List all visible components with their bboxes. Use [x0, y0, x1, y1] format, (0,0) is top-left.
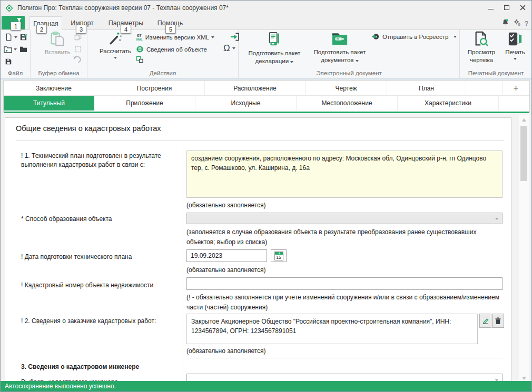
keytip-1: 1 [11, 22, 21, 31]
help-icon[interactable]: ? [525, 19, 528, 27]
xml-version-icon: 07XML [136, 34, 143, 41]
group-clipboard: Вставить Буфер обмена [31, 30, 87, 78]
workspace: Общие сведения о кадастровых работах ! 1… [1, 113, 531, 392]
new-document-button[interactable] [5, 33, 17, 41]
tab-chertezh[interactable]: Чертеж [306, 81, 387, 95]
group-file: Файл [1, 30, 31, 78]
window-title: Полигон Про: Техплан сооружения версии 0… [17, 4, 229, 12]
calendar-button[interactable]: 15 [271, 249, 287, 262]
copy-icon [74, 33, 82, 41]
group-actions-label: Действия [87, 70, 238, 76]
object-info-button[interactable]: Сведения об объекте [136, 45, 209, 53]
tab-zaklyuchenie[interactable]: Заключение [4, 81, 104, 95]
group-clipboard-label: Буфер обмена [31, 70, 87, 76]
app-window: Полигон Про: Техплан сооружения версии 0… [0, 0, 532, 392]
close-button[interactable] [515, 1, 530, 14]
section-tabs: Заключение Построения Расположение Черте… [3, 81, 530, 112]
prepare-documents-package-button[interactable]: Подготовить пакет документов [309, 31, 370, 64]
edit-pencil-icon [482, 317, 489, 325]
paste-special-icon [74, 45, 82, 53]
ribbon-body: Файл Вставить Буфер обмена [1, 29, 531, 79]
engineer-section-title: 3. Сведения о кадастровом инженере [21, 363, 139, 370]
new-document-icon [5, 33, 13, 41]
scrollbar-thumb[interactable] [520, 126, 527, 181]
undo-icon [73, 55, 82, 64]
swap-squares-icon [136, 56, 144, 63]
work-reason-hint: (обязательно заполняется) [186, 200, 266, 210]
open-folder-icon [4, 46, 12, 53]
paste-icon [50, 31, 65, 47]
save-icon [5, 58, 12, 65]
plan-date-input[interactable] [186, 249, 267, 262]
plan-date-hint: (обязательно заполняется) [186, 265, 266, 275]
preview-drawing-icon [474, 31, 489, 47]
print-icon [508, 31, 523, 47]
print-button[interactable]: Печать [503, 31, 527, 60]
group-file-label: Файл [1, 70, 30, 76]
save-edit-icon [19, 33, 27, 41]
tab-prilozhenie[interactable]: Приложение [94, 96, 195, 110]
form-heading: Общие сведения о кадастровых работах [16, 124, 161, 133]
customer-value-box[interactable]: Закрытое Акционерное Общество "Российска… [186, 314, 478, 344]
group-edoc-label: Электронный документ [239, 70, 459, 76]
omega-icon: Ω [223, 44, 230, 53]
prepare-declaration-package-button[interactable]: Подготовить пакет декларации [245, 31, 304, 65]
documents-package-icon [331, 31, 349, 47]
group-actions: Рассчитать 07XML Изменить версию XML Све… [87, 30, 239, 78]
tab-plan[interactable]: План [387, 81, 466, 95]
tab-postroeniya[interactable]: Построения [104, 81, 205, 95]
keytip-5: 5 [165, 25, 176, 34]
open-button[interactable] [4, 46, 17, 53]
minimize-button[interactable] [483, 1, 499, 14]
tab-raspolozhenie[interactable]: Расположение [205, 81, 306, 95]
vertical-scrollbar[interactable] [519, 115, 529, 383]
scroll-up-button[interactable] [519, 115, 529, 124]
window-controls [483, 1, 530, 14]
trash-icon [495, 317, 501, 325]
folder-button[interactable] [19, 46, 27, 53]
status-bar: Автосохранение выполнено успешно. [1, 381, 531, 391]
send-to-rosreestr-button[interactable]: Отправить в Росреестр [371, 33, 457, 41]
change-xml-version-button[interactable]: 07XML Изменить версию XML [136, 34, 214, 41]
calendar-icon: 15 [274, 252, 283, 260]
notifications-bell-icon[interactable] [501, 18, 509, 28]
tab-titulnyy[interactable]: Титульный [4, 96, 94, 110]
titlebar: Полигон Про: Техплан сооружения версии 0… [1, 1, 531, 15]
quick-icons: ? [501, 18, 528, 28]
maximize-button[interactable] [499, 1, 515, 14]
tab-iskhodnye[interactable]: Исходные [195, 96, 297, 110]
save-button[interactable] [5, 58, 12, 65]
group-printdoc: Просмотр чертежа Печать Печатный докумен… [460, 30, 532, 78]
customer-delete-button[interactable] [492, 314, 504, 328]
formation-method-label: * Способ образования объекта [21, 215, 178, 224]
cadastral-number-input[interactable] [186, 277, 503, 290]
status-message: Автосохранение выполнено успешно. [5, 383, 116, 390]
paste-button[interactable]: Вставить [42, 31, 73, 56]
customer-label: ! 2. Сведения о заказчике кадастровых ра… [21, 317, 178, 326]
replace-object-button[interactable] [136, 56, 144, 63]
tab-mestopolozhenie[interactable]: Местоположение [297, 96, 398, 110]
work-reason-label: ! 1. Технический план подготовлен в резу… [21, 152, 178, 170]
paste-special-button[interactable] [74, 45, 82, 53]
formation-method-select[interactable] [186, 213, 503, 224]
work-reason-textarea[interactable]: созданием сооружения, расположенного по … [186, 150, 503, 198]
chevron-down-icon [495, 218, 498, 220]
preview-drawing-button[interactable]: Просмотр чертежа [464, 31, 499, 64]
ribbon: Главная Импорт Параметры Помощь ? [1, 15, 531, 81]
section-tabs-row2: Титульный Приложение Исходные Местополож… [4, 96, 529, 110]
folder-icon [19, 46, 27, 53]
symbol-omega-button[interactable]: Ω [223, 44, 235, 53]
section-tabs-row1: Заключение Построения Расположение Черте… [4, 81, 529, 96]
settings-gear-icon[interactable] [513, 18, 521, 28]
calculate-button[interactable]: Рассчитать [98, 31, 133, 59]
group-edoc: Подготовить пакет декларации Подготовить… [239, 30, 460, 78]
add-tab-button[interactable]: + [502, 81, 529, 95]
copy-button[interactable] [74, 33, 82, 41]
keytip-4: 4 [121, 25, 131, 34]
undo-button[interactable] [73, 55, 82, 64]
form-panel: Общие сведения о кадастровых работах ! 1… [5, 117, 511, 392]
tab-kharakteristiki[interactable]: Характеристики [398, 96, 499, 110]
save-as-button[interactable] [19, 33, 27, 41]
customer-edit-button[interactable] [479, 314, 491, 328]
object-info-icon [136, 45, 144, 53]
